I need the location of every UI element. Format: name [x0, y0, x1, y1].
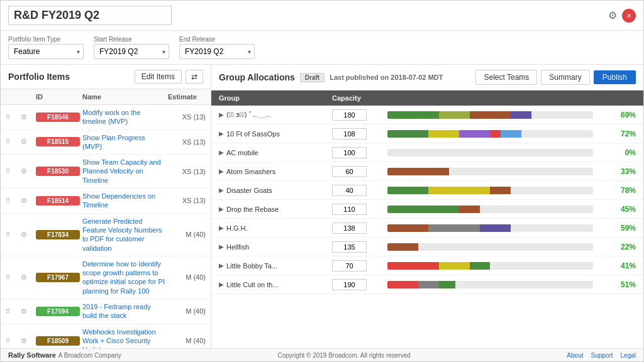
bar-segment	[470, 262, 491, 270]
expand-chevron[interactable]: ▶	[219, 187, 224, 194]
select-teams-button[interactable]: Select Teams	[475, 70, 537, 85]
bar-segment	[418, 281, 439, 288]
item-badge[interactable]: F18514	[36, 196, 80, 206]
edit-items-button[interactable]: Edit Items	[135, 70, 182, 84]
bar-container	[387, 243, 593, 251]
percent-label: 45%	[598, 205, 636, 214]
drag-handle[interactable]: ⠿	[6, 274, 18, 281]
capacity-input[interactable]	[332, 128, 367, 140]
percent-label: 22%	[598, 243, 636, 251]
portfolio-item-type-group: Portfolio Item Type Feature	[8, 36, 84, 59]
capacity-input[interactable]	[332, 241, 367, 253]
capacity-input[interactable]	[332, 279, 367, 290]
item-badge[interactable]: F18509	[36, 336, 80, 346]
drag-handle[interactable]: ⠿	[6, 168, 18, 175]
table-row: ⠿ ⚙ F17834 Generate Predicted Feature Ve…	[1, 214, 211, 256]
item-name[interactable]: 2019 - Fedramp ready build the stack	[82, 302, 165, 321]
support-link[interactable]: Support	[591, 352, 613, 359]
expand-chevron[interactable]: ▶	[219, 206, 224, 212]
summary-button[interactable]: Summary	[541, 70, 589, 85]
item-name[interactable]: Modify work on the timeline (MVP)	[82, 108, 165, 126]
arrows-button[interactable]: ⇄	[186, 70, 203, 84]
item-badge[interactable]: F17834	[36, 230, 80, 239]
alloc-col-bar	[382, 94, 598, 102]
expand-chevron[interactable]: ▶	[219, 130, 224, 137]
item-name[interactable]: Show Plan Progress (MVP)	[82, 133, 165, 151]
capacity-input[interactable]	[332, 222, 367, 234]
item-name[interactable]: Show Team Capacity and Planned Velocity …	[82, 158, 165, 185]
footer-right: About Support Legal	[567, 352, 636, 359]
capacity-input[interactable]	[332, 147, 367, 158]
item-name[interactable]: Generate Predicted Feature Velocity Numb…	[82, 217, 165, 253]
item-name[interactable]: Determine how to Identify scope growth p…	[82, 260, 165, 295]
alloc-col-percent	[598, 94, 636, 102]
capacity-input[interactable]	[332, 109, 367, 121]
expand-chevron[interactable]: ▶	[219, 168, 224, 175]
gear-icon[interactable]: ⚙	[21, 113, 33, 121]
about-link[interactable]: About	[567, 352, 583, 359]
bar-segment	[387, 281, 418, 288]
group-name: ▶ Hellfish	[219, 243, 332, 251]
group-name: ▶ Little Cult on th...	[219, 281, 332, 288]
table-row: ⠿ ⚙ F18515 Show Plan Progress (MVP) XS (…	[1, 130, 211, 155]
item-name[interactable]: Webhooks Investigation Work + Cisco Secu…	[82, 327, 165, 348]
expand-chevron[interactable]: ▶	[219, 149, 224, 156]
bar-container	[387, 224, 593, 232]
percent-label: 41%	[598, 261, 636, 270]
portfolio-list: ⠿ ⚙ F18546 Modify work on the timeline (…	[1, 105, 211, 348]
capacity-input[interactable]	[332, 166, 367, 177]
capacity-input[interactable]	[332, 204, 367, 215]
settings-icon[interactable]: ⚙	[608, 9, 617, 21]
drag-handle[interactable]: ⠿	[6, 138, 18, 145]
bar-segment	[459, 130, 490, 138]
bar-container	[387, 168, 593, 175]
list-item: ▶ Hellfish 22%	[211, 238, 643, 256]
end-release-wrapper: FY2019 Q2	[179, 44, 255, 59]
item-badge[interactable]: F18515	[36, 137, 80, 146]
gear-icon[interactable]: ⚙	[21, 337, 33, 345]
portfolio-item-type-select[interactable]: Feature	[8, 44, 84, 59]
drag-handle[interactable]: ⠿	[6, 337, 18, 344]
start-release-select[interactable]: FY2019 Q2	[94, 44, 169, 59]
list-item: ▶ Drop the Rebase 45%	[211, 200, 643, 219]
expand-chevron[interactable]: ▶	[219, 111, 224, 118]
drag-handle[interactable]: ⠿	[6, 114, 18, 121]
item-name[interactable]: Show Dependencies on Timeline	[82, 192, 165, 210]
item-badge[interactable]: F18546	[36, 112, 80, 122]
gear-icon[interactable]: ⚙	[21, 197, 33, 205]
percent-label: 33%	[598, 167, 636, 176]
start-release-group: Start Release FY2019 Q2	[94, 36, 169, 59]
item-badge[interactable]: F18530	[36, 167, 80, 176]
left-panel: Portfolio Items Edit Items ⇄ ID Name Est…	[1, 65, 211, 348]
gear-icon[interactable]: ⚙	[21, 307, 33, 315]
gear-icon[interactable]: ⚙	[21, 231, 33, 239]
list-item: ▶ AC mobile 0%	[211, 143, 643, 162]
expand-chevron[interactable]: ▶	[219, 224, 224, 231]
item-estimate: M (40)	[168, 231, 206, 238]
list-item: ▶ (・᷄ ɜ・᷅) ﾞ...＿... 69%	[211, 106, 643, 124]
drag-handle[interactable]: ⠿	[6, 308, 18, 315]
end-release-select[interactable]: FY2019 Q2	[179, 44, 255, 59]
expand-chevron[interactable]: ▶	[219, 262, 224, 269]
bar-segment	[387, 187, 428, 194]
group-name: ▶ H.G.H.	[219, 224, 332, 232]
expand-chevron[interactable]: ▶	[219, 243, 224, 250]
gear-icon[interactable]: ⚙	[21, 273, 33, 282]
bar-container	[387, 111, 593, 119]
capacity-input[interactable]	[332, 185, 367, 196]
portfolio-item-type-wrapper: Feature	[8, 44, 84, 59]
title-input[interactable]	[8, 6, 172, 25]
gear-icon[interactable]: ⚙	[21, 167, 33, 175]
gear-icon[interactable]: ⚙	[21, 138, 33, 146]
legal-link[interactable]: Legal	[621, 352, 636, 359]
item-badge[interactable]: F17967	[36, 273, 80, 282]
item-badge[interactable]: F17594	[36, 307, 80, 316]
drag-handle[interactable]: ⠿	[6, 231, 18, 238]
publish-button[interactable]: Publish	[594, 70, 636, 84]
expand-chevron[interactable]: ▶	[219, 281, 224, 288]
drag-handle[interactable]: ⠿	[6, 197, 18, 204]
left-panel-header: Portfolio Items Edit Items ⇄	[1, 65, 211, 89]
capacity-input[interactable]	[332, 260, 367, 272]
alloc-table-header: Group Capacity	[211, 90, 643, 106]
close-button[interactable]: ×	[622, 9, 636, 23]
